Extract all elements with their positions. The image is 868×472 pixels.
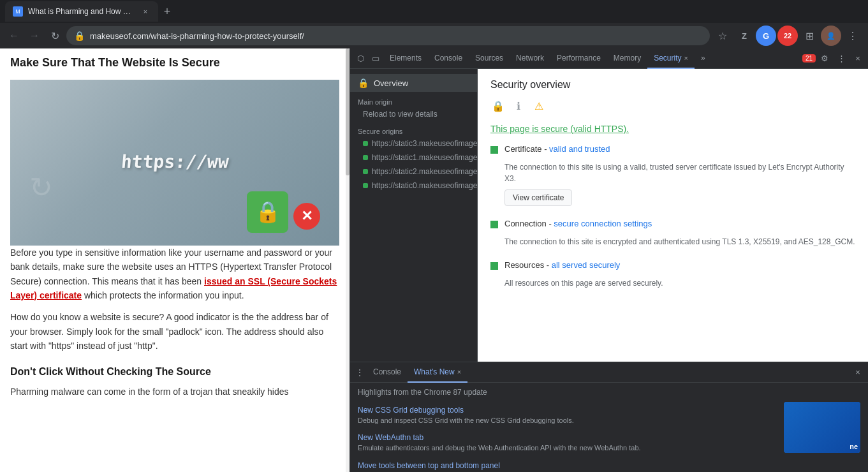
devtools-close-button[interactable]: × [850, 51, 865, 66]
connection-desc: The connection to this site is encrypted… [504, 236, 855, 247]
console-item-3-content: Move tools between top and bottom panel [358, 461, 776, 471]
bottom-tab-console[interactable]: Console [367, 362, 408, 383]
article-paragraph-3: Pharming malware can come in the form of… [10, 385, 339, 399]
security-tab-close[interactable]: × [684, 54, 688, 62]
certificate-status-link[interactable]: valid and trusted [549, 144, 610, 154]
sidebar-overview-label: Overview [374, 78, 408, 88]
security-overview-title: Security overview [490, 79, 855, 91]
security-lock-icon: 🔒 [490, 98, 506, 114]
tab-security[interactable]: Security × [647, 48, 695, 69]
video-bg [784, 402, 860, 453]
article-heading: Make Sure That The Website Is Secure [10, 54, 339, 72]
devtools-action-icons: 21 ⚙ ⋮ × [802, 51, 865, 66]
nav-bar: ← → ↻ 🔒 makeuseof.com/what-is-pharming-h… [0, 23, 868, 48]
article-scrollbar[interactable] [346, 48, 349, 472]
tab-close-button[interactable]: × [140, 6, 151, 17]
resources-status-link[interactable]: all served securely [552, 260, 621, 270]
extensions-button[interactable]: Z [734, 26, 754, 46]
sidebar-origin-3-text: https://static2.makeuseofimage [372, 167, 477, 176]
new-tab-button[interactable]: + [158, 3, 176, 20]
console-item-2[interactable]: New WebAuthn tab Emulate authenticators … [358, 429, 776, 457]
bookmark-button[interactable]: ☆ [712, 26, 733, 46]
certificate-bullet [490, 146, 498, 154]
back-button[interactable]: ← [5, 27, 23, 45]
connection-title: Connection - secure connection settings [504, 219, 652, 228]
error-count-badge: 21 [802, 54, 816, 63]
security-main-content: Security overview 🔒 ℹ ⚠ This page is sec… [478, 69, 868, 362]
inspect-element-button[interactable]: ⬡ [353, 51, 368, 66]
devtools-settings-button[interactable]: ⚙ [817, 51, 832, 66]
tab-more[interactable]: » [695, 48, 712, 69]
tab-bar: M What is Pharming and How Do Y × + [0, 0, 868, 23]
bottom-tab-bar: ⋮ Console What's New × × [350, 362, 868, 383]
devtools-more-button[interactable]: ⋮ [834, 51, 849, 66]
certificate-header: Certificate - valid and trusted [504, 144, 610, 156]
console-item-3[interactable]: Move tools between top and bottom panel [358, 457, 776, 472]
tab-memory[interactable]: Memory [607, 48, 647, 69]
video-label: ne [850, 443, 858, 450]
security-info-icon: ℹ [511, 98, 526, 114]
resources-desc: All resources on this page are served se… [504, 277, 855, 289]
active-tab[interactable]: M What is Pharming and How Do Y × [5, 1, 158, 22]
view-certificate-button[interactable]: View certificate [504, 189, 572, 206]
tab-network[interactable]: Network [510, 48, 550, 69]
sidebar-dot-icon-2 [363, 155, 368, 160]
security-status-icons: 🔒 ℹ ⚠ [490, 98, 855, 114]
sidebar-dot-icon-3 [363, 169, 368, 174]
console-item-1[interactable]: New CSS Grid debugging tools Debug and i… [358, 402, 776, 429]
resources-bullet [490, 262, 498, 270]
article-paragraph-1: Before you type in sensitive information… [10, 246, 339, 303]
extensions-puzzle-button[interactable]: ⊞ [799, 26, 820, 46]
certificate-header-row: Certificate - valid and trusted [490, 144, 855, 156]
article-subheading: Don't Click Without Checking The Source [10, 364, 339, 380]
sidebar-main-origin-section: Main origin [350, 94, 477, 107]
sidebar-reload[interactable]: Reload to view details [350, 107, 477, 121]
bottom-panel-close-button[interactable]: × [850, 365, 865, 380]
sidebar-reload-label: Reload to view details [363, 110, 438, 119]
notifications-button[interactable]: 22 [777, 26, 798, 46]
view-cert-container: View certificate [504, 189, 855, 206]
url-text: makeuseof.com/what-is-pharming-how-to-pr… [90, 31, 702, 41]
chrome-menu-button[interactable]: ⋮ [842, 26, 863, 46]
sidebar-origin-4[interactable]: https://static0.makeuseofimage [350, 179, 477, 193]
security-warning-icon: ⚠ [531, 98, 547, 114]
browser-chrome: M What is Pharming and How Do Y × + ← → … [0, 0, 868, 48]
sidebar-overview[interactable]: 🔒 Overview [350, 74, 477, 92]
main-area: Make Sure That The Website Is Secure htt… [0, 48, 868, 472]
page-secure-status: This page is secure (valid HTTPS). [490, 124, 855, 134]
google-icon-button[interactable]: G [756, 26, 776, 46]
address-bar[interactable]: 🔒 makeuseof.com/what-is-pharming-how-to-… [66, 26, 710, 45]
console-header-text: Highlights from the Chrome 87 update [358, 388, 860, 397]
sidebar-origin-3[interactable]: https://static2.makeuseofimage [350, 165, 477, 179]
tab-console[interactable]: Console [428, 48, 469, 69]
user-avatar[interactable]: 👤 [821, 26, 841, 46]
sidebar-origin-2-text: https://static1.makeuseofimage [372, 153, 477, 162]
console-items-list: New CSS Grid debugging tools Debug and i… [358, 402, 776, 472]
article-paragraph-2: How do you know a website is secure? A g… [10, 310, 339, 353]
lock-overlay: 🔒 [247, 191, 288, 233]
console-video-thumbnail[interactable]: ne [784, 402, 860, 453]
connection-status-link[interactable]: secure connection settings [554, 219, 652, 228]
device-toolbar-button[interactable]: ▭ [368, 51, 383, 66]
console-item-2-desc: Emulate authenticators and debug the Web… [358, 443, 776, 453]
bottom-tab-whats-new[interactable]: What's New × [408, 362, 467, 383]
sidebar-dot-icon [363, 141, 368, 146]
tab-performance[interactable]: Performance [550, 48, 607, 69]
console-item-2-content: New WebAuthn tab Emulate authenticators … [358, 433, 776, 453]
resources-section: Resources - all served securely All reso… [490, 260, 855, 289]
connection-header-row: Connection - secure connection settings [490, 219, 855, 231]
devtools-tab-bar: ⬡ ▭ Elements Console Sources Network Per… [350, 48, 868, 69]
bottom-panel: ⋮ Console What's New × × Highlights from… [350, 362, 868, 472]
sidebar-origin-2[interactable]: https://static1.makeuseofimage [350, 151, 477, 165]
sidebar-origin-1[interactable]: https://static3.makeuseofimage [350, 136, 477, 151]
resources-header-row: Resources - all served securely [490, 260, 855, 272]
tab-sources[interactable]: Sources [469, 48, 510, 69]
drag-handle-icon[interactable]: ⋮ [353, 367, 367, 378]
tab-elements[interactable]: Elements [383, 48, 428, 69]
certificate-desc: The connection to this site is using a v… [504, 161, 855, 184]
whats-new-tab-close[interactable]: × [457, 368, 461, 376]
forward-button[interactable]: → [26, 27, 43, 45]
console-item-1-desc: Debug and inspect CSS Grid with the new … [358, 416, 776, 425]
article-image: https://ww 🔒 ✕ ↻ [10, 80, 339, 246]
reload-button[interactable]: ↻ [46, 27, 64, 45]
